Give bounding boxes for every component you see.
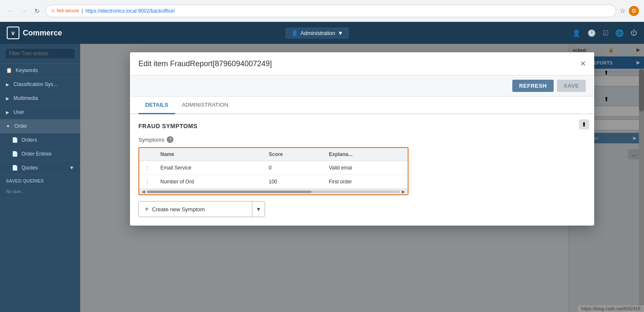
name-col-header: Name xyxy=(155,148,264,161)
filter-input[interactable] xyxy=(5,48,75,59)
sidebar-item-classification[interactable]: ▶ Classification Sys... xyxy=(0,78,80,91)
score-col-header: Score xyxy=(264,148,324,161)
right-panel: ecked 🔒 ▶ FRAUD REPORTS ▶ ⬆ ⬆ xyxy=(80,44,644,312)
create-symptom-main-button[interactable]: + Create new Symptom xyxy=(139,202,252,217)
symptom-score: 0 xyxy=(264,161,324,175)
clock-nav-icon[interactable]: 🕐 xyxy=(587,29,596,37)
explanation-col-header: Explana... xyxy=(324,148,408,161)
sidebar-item-label: Order xyxy=(14,123,27,129)
symptom-name: Number of Ord xyxy=(155,175,264,189)
arrow-icon: ▶ xyxy=(6,82,9,87)
fraud-symptoms-section: FRAUD SYMPTOMS xyxy=(138,123,586,129)
scroll-track xyxy=(147,191,400,193)
modal-header: Edit item FraudReport[8796094007249] × xyxy=(130,52,594,75)
user-nav-icon[interactable]: 👤 xyxy=(572,29,581,37)
dropdown-arrow-icon: ▼ xyxy=(338,30,343,36)
saved-queries-section: SAVED QUERIES xyxy=(0,175,80,185)
tab-details[interactable]: DETAILS xyxy=(138,97,175,114)
sidebar: 📋 Keywords ▶ Classification Sys... ▶ Mul… xyxy=(0,44,80,312)
symptoms-table-container: Name Score Explana... ⋮ Email Service xyxy=(138,147,409,195)
address-url: https://electronics.local:9002/backoffic… xyxy=(85,8,175,14)
nav-center: 👤 Administration ▼ xyxy=(69,27,566,39)
keywords-icon: 📋 xyxy=(6,67,12,73)
sidebar-item-label: Orders xyxy=(22,137,37,143)
app-container: v Commerce 👤 Administration ▼ 👤 🕐 ☑ 🌐 ⏻ xyxy=(0,22,644,312)
symptoms-label-area: Symptoms ? xyxy=(138,136,586,143)
arrow-icon: ▼ xyxy=(6,124,10,129)
orders-icon: 📄 xyxy=(12,137,18,143)
tab-administration[interactable]: ADMINISTRATION xyxy=(175,97,235,114)
forward-button[interactable]: → xyxy=(19,6,29,16)
address-separator: | xyxy=(81,8,83,14)
top-navigation: v Commerce 👤 Administration ▼ 👤 🕐 ☑ 🌐 ⏻ xyxy=(0,22,644,44)
administration-button[interactable]: 👤 Administration ▼ xyxy=(285,27,349,39)
sidebar-item-label: Quotes xyxy=(22,165,38,171)
sidebar-filter-area xyxy=(0,44,80,64)
help-icon[interactable]: ? xyxy=(167,136,173,143)
create-symptom-button-group: + Create new Symptom ▼ xyxy=(138,201,265,217)
symptom-explanation: First order xyxy=(324,175,408,189)
symptom-score: 100 xyxy=(264,175,324,189)
modal-toolbar: REFRESH SAVE xyxy=(130,75,594,97)
symptom-explanation: Valid emai xyxy=(324,161,408,175)
dropdown-chevron-icon: ▼ xyxy=(256,206,261,212)
security-warning: ⚠ Not secure xyxy=(51,8,79,13)
refresh-button[interactable]: REFRESH xyxy=(512,80,554,92)
reload-button[interactable]: ↻ xyxy=(32,6,42,16)
sidebar-item-label: User xyxy=(14,109,24,115)
scroll-thumb xyxy=(147,191,311,193)
quotes-icon: 📄 xyxy=(12,165,18,171)
scroll-collapse-button[interactable]: ⬆ xyxy=(579,119,589,129)
scroll-right-arrow-icon[interactable]: ▶ xyxy=(400,189,407,194)
edit-modal: Edit item FraudReport[8796094007249] × R… xyxy=(130,52,594,226)
power-nav-icon[interactable]: ⏻ xyxy=(630,29,637,37)
sidebar-item-label: Multimedia xyxy=(14,95,38,101)
sidebar-item-label: Order Entries xyxy=(22,151,51,157)
section-title: FRAUD SYMPTOMS xyxy=(138,123,198,129)
arrow-icon: ▶ xyxy=(6,110,9,115)
globe-nav-icon[interactable]: 🌐 xyxy=(615,29,624,37)
modal-title: Edit item FraudReport[8796094007249] xyxy=(138,59,272,68)
expand-icon: ▼ xyxy=(69,165,74,171)
sidebar-item-order[interactable]: ▼ Order xyxy=(0,119,80,133)
bookmark-icon[interactable]: ☆ xyxy=(620,7,625,15)
back-button[interactable]: ← xyxy=(5,6,15,16)
create-symptom-label: Create new Symptom xyxy=(152,206,205,212)
browser-chrome: ← → ↻ ⚠ Not secure | https://electronics… xyxy=(0,0,644,22)
create-symptom-dropdown-button[interactable]: ▼ xyxy=(252,202,265,217)
app-logo: v Commerce xyxy=(7,27,62,39)
sidebar-item-label: Classification Sys... xyxy=(14,81,57,87)
app-title: Commerce xyxy=(23,29,62,38)
sidebar-item-multimedia[interactable]: ▶ Multimedia xyxy=(0,91,80,105)
modal-tabs: DETAILS ADMINISTRATION xyxy=(130,97,594,114)
nav-icons: 👤 🕐 ☑ 🌐 ⏻ xyxy=(572,29,637,37)
sidebar-item-user[interactable]: ▶ User xyxy=(0,105,80,119)
main-content: 📋 Keywords ▶ Classification Sys... ▶ Mul… xyxy=(0,44,644,312)
save-button[interactable]: SAVE xyxy=(557,80,586,92)
table-horizontal-scrollbar[interactable]: ◀ ▶ xyxy=(139,188,408,194)
table-row[interactable]: ⋮ Email Service 0 Valid emai xyxy=(139,161,408,175)
plus-icon: + xyxy=(145,205,149,213)
scroll-left-arrow-icon[interactable]: ◀ xyxy=(140,189,147,194)
sidebar-item-orders[interactable]: 📄 Orders xyxy=(0,133,80,147)
admin-icon: 👤 xyxy=(291,30,298,36)
sidebar-item-quotes[interactable]: 📄 Quotes ▼ xyxy=(0,161,80,175)
check-nav-icon[interactable]: ☑ xyxy=(603,29,609,37)
drag-handle-icon: ⋮ xyxy=(144,178,150,185)
symptom-name: Email Service xyxy=(155,161,264,175)
drag-col-header xyxy=(139,148,155,161)
modal-body: ⬆ FRAUD SYMPTOMS Symptoms ? xyxy=(130,114,594,226)
arrow-icon: ▶ xyxy=(6,96,9,101)
modal-close-button[interactable]: × xyxy=(580,59,586,68)
admin-label: Administration xyxy=(300,30,335,36)
logo-icon: v xyxy=(7,27,19,39)
order-entries-icon: 📄 xyxy=(12,151,18,157)
symptoms-text: Symptoms xyxy=(138,137,164,143)
drag-handle-icon: ⋮ xyxy=(144,164,150,171)
sidebar-item-keywords[interactable]: 📋 Keywords xyxy=(0,64,80,78)
address-bar[interactable]: ⚠ Not secure | https://electronics.local… xyxy=(46,5,616,17)
sidebar-no-queries: No que... xyxy=(0,185,80,198)
sidebar-item-order-entries[interactable]: 📄 Order Entries xyxy=(0,147,80,161)
table-row[interactable]: ⋮ Number of Ord 100 First order xyxy=(139,175,408,189)
sidebar-item-label: Keywords xyxy=(16,67,38,73)
